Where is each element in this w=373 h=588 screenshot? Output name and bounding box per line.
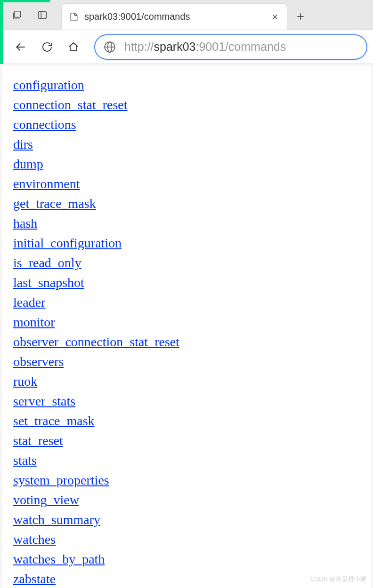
command-link[interactable]: watches [13,530,56,549]
command-link[interactable]: stats [13,451,37,470]
svg-rect-0 [15,11,21,17]
command-link[interactable]: observers [13,352,64,372]
command-link[interactable]: initial_configuration [13,233,122,253]
address-bar[interactable]: http://spark03:9001/commands [94,34,367,60]
command-link[interactable]: dirs [13,135,33,154]
command-link[interactable]: server_stats [13,391,75,411]
new-tab-button[interactable] [289,3,312,30]
toolbar: http://spark03:9001/commands [0,30,373,64]
globe-icon [104,41,116,53]
command-link[interactable]: zabstate [13,569,56,588]
command-link[interactable]: leader [13,293,45,312]
command-link[interactable]: last_snapshot [13,273,84,293]
tab-extras [3,0,57,30]
refresh-button[interactable] [36,36,58,58]
command-link[interactable]: dump [13,154,43,174]
tabs-area: spark03:9001/commands [57,0,373,30]
command-link[interactable]: watch_summary [13,510,100,530]
svg-rect-1 [39,11,47,18]
tab-actions-icon[interactable] [11,9,23,21]
tab-strip: spark03:9001/commands [0,0,373,30]
command-link[interactable]: connection_stat_reset [13,95,128,115]
command-link[interactable]: monitor [13,312,55,332]
command-link[interactable]: system_properties [13,470,109,490]
address-text: http://spark03:9001/commands [124,40,286,54]
command-link[interactable]: connections [13,115,76,135]
url-path: :9001/commands [196,40,286,53]
accent-top [3,0,50,2]
watermark: CSDN @李昊哲小课 [310,575,366,583]
command-link[interactable]: is_read_only [13,253,81,273]
command-link[interactable]: voting_view [13,490,79,510]
command-link[interactable]: configuration [13,75,84,95]
command-link[interactable]: set_trace_mask [13,411,95,431]
command-link[interactable]: get_trace_mask [13,194,96,214]
back-button[interactable] [9,36,32,58]
accent-bar [0,30,3,64]
home-button[interactable] [62,36,85,58]
command-link[interactable]: hash [13,214,37,233]
url-scheme: http:// [124,40,154,53]
tab-title: spark03:9001/commands [84,11,265,22]
page-body: configurationconnection_stat_resetconnec… [2,66,371,588]
page-icon [69,12,79,22]
command-link[interactable]: watches_by_path [13,549,105,569]
command-link[interactable]: stat_reset [13,431,63,451]
active-tab[interactable]: spark03:9001/commands [61,3,287,30]
command-link[interactable]: environment [13,174,80,194]
command-link[interactable]: ruok [13,372,37,391]
close-icon[interactable] [271,13,279,21]
command-link[interactable]: observer_connection_stat_reset [13,332,179,352]
url-host: spark03 [154,40,196,53]
vertical-tabs-icon[interactable] [37,9,48,21]
